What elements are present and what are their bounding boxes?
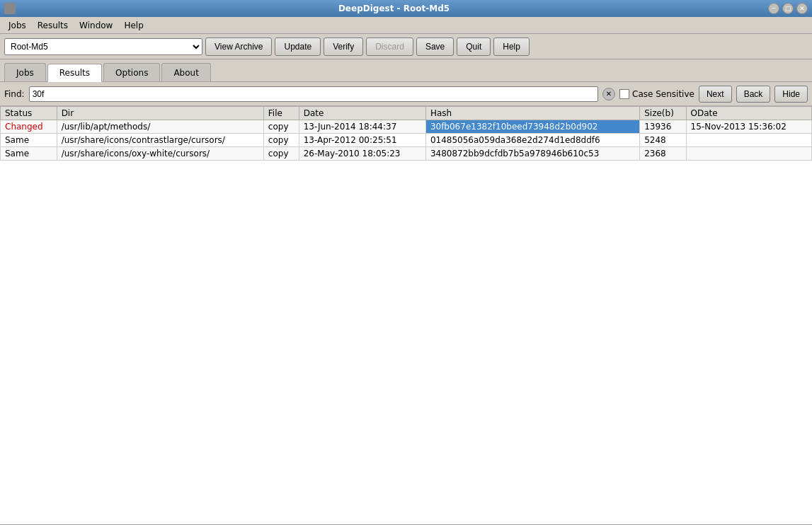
menu-help[interactable]: Help (118, 19, 149, 32)
cell-size: 13936 (640, 120, 686, 134)
hide-button[interactable]: Hide (774, 86, 808, 103)
menu-window[interactable]: Window (74, 19, 118, 32)
col-status[interactable]: Status (1, 107, 57, 120)
cell-dir: /usr/share/icons/oxy-white/cursors/ (57, 147, 263, 161)
col-date[interactable]: Date (299, 107, 425, 120)
cell-file: copy (263, 120, 299, 134)
tab-results[interactable]: Results (47, 64, 102, 82)
help-button[interactable]: Help (493, 38, 530, 56)
cell-date: 13-Jun-2014 18:44:37 (299, 120, 425, 134)
quit-button[interactable]: Quit (457, 38, 491, 56)
tab-jobs[interactable]: Jobs (4, 63, 46, 81)
cell-size: 5248 (640, 134, 686, 147)
results-table: Status Dir File Date Hash Size(b) ODate … (0, 106, 812, 161)
case-sensitive-area: Case Sensitive (619, 89, 694, 99)
table-row: Changed /usr/lib/apt/methods/ copy 13-Ju… (1, 120, 812, 134)
cell-hash: 3480872bb9dcfdb7b5a978946b610c53 (425, 147, 639, 161)
update-button[interactable]: Update (275, 38, 321, 56)
cell-date: 26-May-2010 18:05:23 (299, 147, 425, 161)
results-table-container[interactable]: Status Dir File Date Hash Size(b) ODate … (0, 106, 812, 525)
cell-dir: /usr/lib/apt/methods/ (57, 120, 263, 134)
cell-status: Changed (1, 120, 57, 134)
job-selector[interactable]: Root-Md5 (4, 38, 202, 55)
cell-date: 13-Apr-2012 00:25:51 (299, 134, 425, 147)
cell-dir: /usr/share/icons/contrastlarge/cursors/ (57, 134, 263, 147)
case-sensitive-checkbox[interactable] (619, 89, 629, 99)
menu-jobs[interactable]: Jobs (3, 19, 32, 32)
col-size[interactable]: Size(b) (640, 107, 686, 120)
cell-file: copy (263, 134, 299, 147)
title-bar: DeepDigest - Root-Md5 ─ □ ✕ (0, 0, 812, 17)
table-row: Same /usr/share/icons/contrastlarge/curs… (1, 134, 812, 147)
cell-file: copy (263, 147, 299, 161)
cell-odate (686, 134, 811, 147)
save-button[interactable]: Save (416, 38, 454, 56)
cell-odate: 15-Nov-2013 15:36:02 (686, 120, 811, 134)
find-clear-button[interactable]: ✕ (602, 88, 615, 100)
close-button[interactable]: ✕ (796, 3, 808, 14)
cell-hash: 30fb067e1382f10beed73948d2b0d902 (425, 120, 639, 134)
title-bar-text: DeepDigest - Root-Md5 (20, 4, 768, 13)
app-icon (4, 3, 16, 14)
toolbar: Root-Md5 View Archive Update Verify Disc… (0, 34, 812, 59)
menu-bar: Jobs Results Window Help (0, 17, 812, 34)
col-file[interactable]: File (263, 107, 299, 120)
cell-status: Same (1, 134, 57, 147)
cell-odate (686, 147, 811, 161)
back-button[interactable]: Back (736, 86, 771, 103)
find-input[interactable] (29, 86, 598, 102)
restore-button[interactable]: □ (782, 3, 794, 14)
col-odate[interactable]: ODate (686, 107, 811, 120)
tab-bar: Jobs Results Options About (0, 59, 812, 82)
table-row: Same /usr/share/icons/oxy-white/cursors/… (1, 147, 812, 161)
col-hash[interactable]: Hash (425, 107, 639, 120)
view-archive-button[interactable]: View Archive (205, 38, 272, 56)
verify-button[interactable]: Verify (324, 38, 363, 56)
minimize-button[interactable]: ─ (768, 3, 779, 14)
discard-button[interactable]: Discard (366, 38, 413, 56)
menu-results[interactable]: Results (32, 19, 74, 32)
case-sensitive-label: Case Sensitive (632, 89, 694, 99)
next-button[interactable]: Next (699, 86, 732, 103)
main-content: Status Dir File Date Hash Size(b) ODate … (0, 106, 812, 525)
tab-options[interactable]: Options (103, 63, 160, 81)
cell-hash: 01485056a059da368e2d274d1ed8ddf6 (425, 134, 639, 147)
cell-status: Same (1, 147, 57, 161)
col-dir[interactable]: Dir (57, 107, 263, 120)
find-bar: Find: ✕ Case Sensitive Next Back Hide (0, 82, 812, 106)
cell-size: 2368 (640, 147, 686, 161)
table-body: Changed /usr/lib/apt/methods/ copy 13-Ju… (1, 120, 812, 161)
tab-about[interactable]: About (161, 63, 210, 81)
find-label: Find: (4, 89, 25, 99)
